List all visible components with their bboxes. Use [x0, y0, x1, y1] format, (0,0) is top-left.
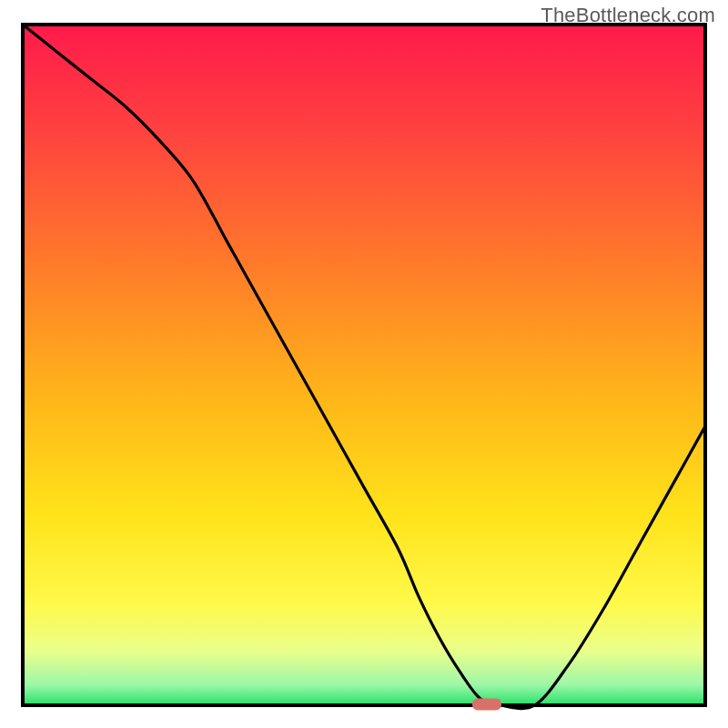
plot-background	[23, 25, 705, 705]
chart-container: TheBottleneck.com	[0, 0, 728, 728]
bottleneck-chart	[0, 0, 728, 728]
watermark-label: TheBottleneck.com	[541, 4, 715, 27]
optimal-marker	[472, 699, 501, 711]
